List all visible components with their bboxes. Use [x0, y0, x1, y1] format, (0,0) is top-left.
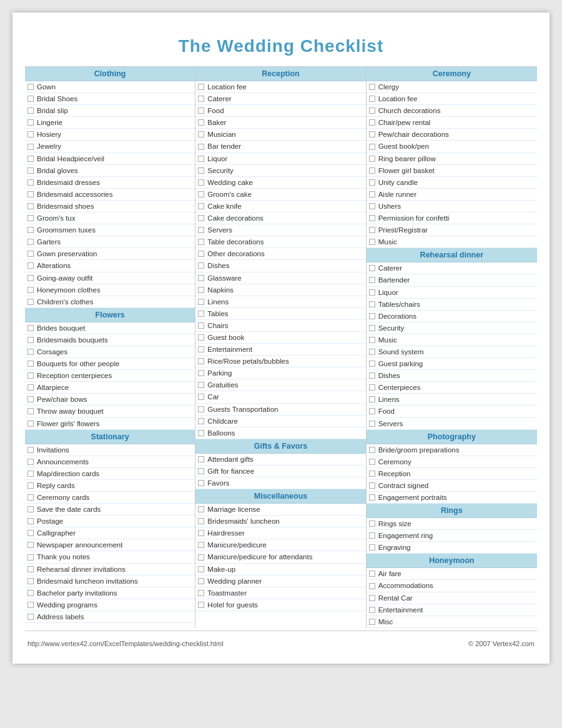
checkbox[interactable]	[27, 203, 34, 209]
checkbox[interactable]	[198, 430, 204, 436]
checkbox[interactable]	[369, 544, 375, 551]
checkbox[interactable]	[27, 167, 34, 174]
checkbox[interactable]	[27, 131, 34, 137]
checkbox[interactable]	[369, 144, 375, 150]
checkbox[interactable]	[27, 554, 34, 561]
checkbox[interactable]	[27, 372, 34, 379]
checkbox[interactable]	[198, 542, 204, 548]
checkbox[interactable]	[27, 506, 34, 512]
checkbox[interactable]	[27, 518, 34, 524]
checkbox[interactable]	[198, 84, 204, 90]
checkbox[interactable]	[198, 156, 204, 162]
checkbox[interactable]	[27, 482, 34, 489]
checkbox[interactable]	[27, 156, 34, 162]
checkbox[interactable]	[369, 521, 375, 527]
checkbox[interactable]	[198, 96, 204, 102]
checkbox[interactable]	[369, 607, 375, 613]
checkbox[interactable]	[369, 471, 375, 477]
checkbox[interactable]	[198, 602, 204, 608]
checkbox[interactable]	[198, 334, 204, 341]
checkbox[interactable]	[27, 119, 34, 126]
checkbox[interactable]	[369, 361, 375, 367]
checkbox[interactable]	[369, 447, 375, 453]
checkbox[interactable]	[369, 337, 375, 343]
checkbox[interactable]	[369, 384, 375, 391]
checkbox[interactable]	[369, 265, 375, 271]
checkbox[interactable]	[198, 287, 204, 293]
checkbox[interactable]	[198, 299, 204, 305]
checkbox[interactable]	[198, 530, 204, 536]
checkbox[interactable]	[27, 287, 34, 293]
checkbox[interactable]	[27, 471, 34, 477]
checkbox[interactable]	[27, 251, 34, 257]
checkbox[interactable]	[27, 227, 34, 233]
checkbox[interactable]	[27, 590, 34, 596]
checkbox[interactable]	[27, 530, 34, 536]
checkbox[interactable]	[27, 215, 34, 221]
checkbox[interactable]	[27, 96, 34, 102]
checkbox[interactable]	[198, 239, 204, 245]
checkbox[interactable]	[369, 421, 375, 427]
checkbox[interactable]	[27, 421, 34, 427]
checkbox[interactable]	[27, 107, 34, 114]
checkbox[interactable]	[198, 456, 204, 462]
checkbox[interactable]	[198, 167, 204, 174]
checkbox[interactable]	[198, 554, 204, 561]
checkbox[interactable]	[198, 227, 204, 233]
checkbox[interactable]	[198, 131, 204, 137]
checkbox[interactable]	[27, 602, 34, 608]
checkbox[interactable]	[198, 590, 204, 596]
checkbox[interactable]	[27, 349, 34, 355]
checkbox[interactable]	[27, 447, 34, 453]
checkbox[interactable]	[198, 346, 204, 352]
checkbox[interactable]	[198, 119, 204, 126]
checkbox[interactable]	[369, 167, 375, 174]
checkbox[interactable]	[369, 408, 375, 414]
checkbox[interactable]	[198, 215, 204, 221]
checkbox[interactable]	[369, 325, 375, 331]
checkbox[interactable]	[198, 107, 204, 114]
checkbox[interactable]	[27, 84, 34, 90]
checkbox[interactable]	[27, 384, 34, 391]
checkbox[interactable]	[198, 406, 204, 412]
checkbox[interactable]	[198, 311, 204, 317]
checkbox[interactable]	[27, 614, 34, 620]
checkbox[interactable]	[198, 251, 204, 257]
checkbox[interactable]	[369, 131, 375, 137]
checkbox[interactable]	[198, 144, 204, 150]
checkbox[interactable]	[369, 619, 375, 625]
checkbox[interactable]	[27, 361, 34, 367]
checkbox[interactable]	[27, 179, 34, 186]
checkbox[interactable]	[198, 394, 204, 400]
checkbox[interactable]	[369, 482, 375, 489]
checkbox[interactable]	[369, 459, 375, 465]
checkbox[interactable]	[369, 84, 375, 90]
checkbox[interactable]	[27, 542, 34, 548]
checkbox[interactable]	[198, 468, 204, 474]
checkbox[interactable]	[198, 382, 204, 388]
checkbox[interactable]	[369, 203, 375, 209]
checkbox[interactable]	[198, 566, 204, 572]
checkbox[interactable]	[27, 275, 34, 281]
checkbox[interactable]	[27, 239, 34, 245]
checkbox[interactable]	[369, 349, 375, 355]
checkbox[interactable]	[369, 532, 375, 539]
checkbox[interactable]	[369, 107, 375, 114]
checkbox[interactable]	[369, 571, 375, 577]
checkbox[interactable]	[369, 301, 375, 307]
checkbox[interactable]	[369, 494, 375, 501]
checkbox[interactable]	[27, 144, 34, 150]
checkbox[interactable]	[198, 370, 204, 376]
checkbox[interactable]	[369, 396, 375, 402]
checkbox[interactable]	[198, 418, 204, 424]
checkbox[interactable]	[369, 277, 375, 283]
checkbox[interactable]	[369, 227, 375, 233]
checkbox[interactable]	[27, 325, 34, 331]
checkbox[interactable]	[369, 215, 375, 221]
checkbox[interactable]	[369, 313, 375, 319]
checkbox[interactable]	[27, 299, 34, 305]
checkbox[interactable]	[27, 566, 34, 572]
checkbox[interactable]	[198, 179, 204, 186]
checkbox[interactable]	[27, 337, 34, 343]
checkbox[interactable]	[27, 408, 34, 414]
